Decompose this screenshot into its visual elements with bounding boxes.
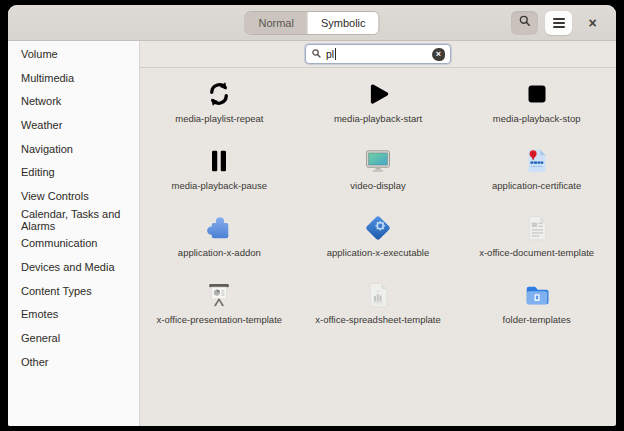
icon-cell-media-playback-pause[interactable]: media-playback-pause — [140, 144, 299, 211]
sidebar-item-general[interactable]: General — [8, 326, 139, 350]
app-window: Normal Symbolic × VolumeMultimediaNetwor… — [8, 5, 616, 426]
icon-cell-video-display[interactable]: video-display — [299, 144, 458, 211]
sidebar-item-volume[interactable]: Volume — [8, 42, 139, 66]
x-office-presentation-template-icon — [202, 278, 236, 312]
sidebar: VolumeMultimediaNetworkWeatherNavigation… — [8, 41, 140, 426]
search-input[interactable]: pl × — [305, 44, 451, 64]
icon-label: folder-templates — [503, 314, 571, 325]
x-office-spreadsheet-template-icon — [361, 278, 395, 312]
close-icon: × — [588, 16, 596, 30]
icon-cell-media-playlist-repeat[interactable]: media-playlist-repeat — [140, 77, 299, 144]
text-caret — [335, 48, 336, 60]
search-bar: pl × — [140, 41, 616, 68]
search-icon — [311, 45, 322, 63]
icon-cell-application-x-executable[interactable]: application-x-executable — [299, 211, 458, 278]
icon-cell-application-x-addon[interactable]: application-x-addon — [140, 211, 299, 278]
icon-cell-application-certificate[interactable]: application-certificate — [457, 144, 616, 211]
sidebar-item-calendar-tasks-and-alarms[interactable]: Calendar, Tasks and Alarms — [8, 208, 139, 232]
sidebar-item-emotes[interactable]: Emotes — [8, 303, 139, 327]
sidebar-item-multimedia[interactable]: Multimedia — [8, 66, 139, 90]
clear-search-icon[interactable]: × — [432, 48, 445, 61]
icon-label: media-playback-start — [334, 113, 422, 124]
icon-cell-media-playback-stop[interactable]: media-playback-stop — [457, 77, 616, 144]
window-body: VolumeMultimediaNetworkWeatherNavigation… — [8, 41, 616, 426]
icon-label: x-office-document-template — [479, 247, 594, 258]
close-button[interactable]: × — [579, 11, 606, 35]
tab-normal[interactable]: Normal — [245, 12, 306, 34]
sidebar-item-editing[interactable]: Editing — [8, 160, 139, 184]
header-actions: × — [511, 11, 616, 35]
icon-label: application-x-addon — [178, 247, 261, 258]
media-playlist-repeat-icon — [202, 77, 236, 111]
sidebar-item-weather[interactable]: Weather — [8, 113, 139, 137]
media-playback-stop-icon — [520, 77, 554, 111]
icon-grid: media-playlist-repeat media-playback-sta… — [140, 68, 616, 426]
main-content: pl × media-playlist-repeat media-playbac… — [140, 41, 616, 426]
sidebar-item-communication[interactable]: Communication — [8, 232, 139, 256]
sidebar-item-content-types[interactable]: Content Types — [8, 279, 139, 303]
application-x-executable-icon — [361, 211, 395, 245]
icon-cell-folder-templates[interactable]: folder-templates — [457, 278, 616, 345]
search-icon — [518, 14, 532, 32]
application-x-addon-icon — [202, 211, 236, 245]
search-toggle-button[interactable] — [511, 11, 538, 35]
media-playback-pause-icon — [202, 144, 236, 178]
icon-label: media-playback-stop — [493, 113, 581, 124]
icon-label: x-office-presentation-template — [157, 314, 283, 325]
x-office-document-template-icon — [520, 211, 554, 245]
icon-label: application-certificate — [492, 180, 581, 191]
icon-cell-media-playback-start[interactable]: media-playback-start — [299, 77, 458, 144]
icon-cell-x-office-spreadsheet-template[interactable]: x-office-spreadsheet-template — [299, 278, 458, 345]
application-certificate-icon — [520, 144, 554, 178]
video-display-icon — [361, 144, 395, 178]
sidebar-item-other[interactable]: Other — [8, 350, 139, 374]
view-switcher: Normal Symbolic — [244, 11, 379, 35]
icon-label: application-x-executable — [327, 247, 429, 258]
icon-cell-x-office-document-template[interactable]: x-office-document-template — [457, 211, 616, 278]
header-bar: Normal Symbolic × — [8, 5, 616, 41]
folder-templates-icon — [520, 278, 554, 312]
sidebar-item-devices-and-media[interactable]: Devices and Media — [8, 255, 139, 279]
icon-cell-x-office-presentation-template[interactable]: x-office-presentation-template — [140, 278, 299, 345]
sidebar-item-network[interactable]: Network — [8, 89, 139, 113]
icon-label: video-display — [350, 180, 405, 191]
icon-label: media-playback-pause — [172, 180, 268, 191]
sidebar-item-navigation[interactable]: Navigation — [8, 137, 139, 161]
media-playback-start-icon — [361, 77, 395, 111]
sidebar-item-view-controls[interactable]: View Controls — [8, 184, 139, 208]
search-value: pl — [326, 48, 334, 60]
icon-label: x-office-spreadsheet-template — [315, 314, 441, 325]
icon-label: media-playlist-repeat — [175, 113, 263, 124]
hamburger-icon — [553, 22, 565, 24]
tab-symbolic[interactable]: Symbolic — [307, 12, 379, 34]
menu-button[interactable] — [545, 11, 572, 35]
